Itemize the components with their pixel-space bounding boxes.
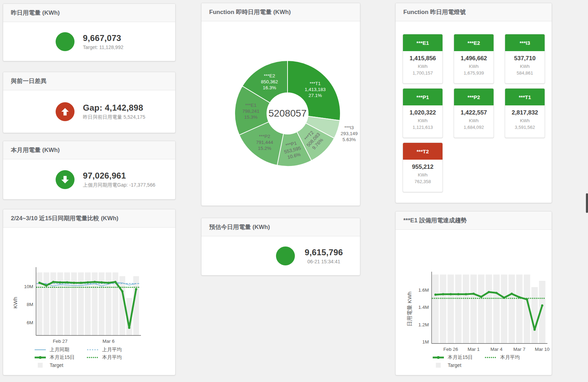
svg-text:293,149: 293,149 [341,131,358,136]
legend-item-Target[interactable]: Target [432,362,484,368]
yesterday-usage-target: Target: 11,128,992 [83,44,123,50]
estimate-today-value: 9,615,796 [305,248,343,257]
tile-usage-value: 537,710 [505,55,545,62]
device-tile[interactable]: ***E21,496,662KWh1,675,939 [454,34,494,84]
tile-device-label: ***I3 [505,34,545,51]
tile-usage-value: 1,496,662 [454,55,494,62]
tile-target-value: 762,358 [403,179,442,184]
scrollbar-thumb[interactable] [586,193,588,213]
card-month-usage: 本月用電量 (KWh) 97,026,961 上個月同期用電Gap: -17,3… [3,141,176,200]
target-swatch-icon [432,362,445,368]
card-title: ***E1 設備用電達成趨勢 [396,211,552,230]
day-gap-sub: 昨日與前日用電量 5,524,175 [83,114,145,120]
legend-label: 上月平均 [102,347,122,353]
device-tile[interactable]: ***I3537,710KWh584,861 [505,34,545,84]
card-day-gap: 與前一日差異 Gap: 4,142,898 昨日與前日用電量 5,524,175 [3,72,176,133]
tile-unit: KWh [505,118,545,123]
svg-text:***E2: ***E2 [264,73,275,78]
tile-body: 1,415,856KWh1,700,157 [403,55,442,76]
estimate-today-timestamp: 06-21 15:34:41 [305,259,343,264]
tile-unit: KWh [454,64,494,69]
legend-item-本月平均[interactable]: 本月平均 [484,354,537,361]
svg-text:16.3%: 16.3% [263,85,276,90]
device-lights-grid: ***E11,415,856KWh1,700,157***E21,496,662… [403,34,545,192]
svg-text:1.6M: 1.6M [418,287,429,293]
device-tile[interactable]: ***E11,415,856KWh1,700,157 [403,34,443,84]
tile-usage-value: 1,020,322 [403,109,442,116]
card-title: 與前一日差異 [3,72,175,90]
month-usage-value: 97,026,961 [83,171,155,181]
svg-text:Mar 1: Mar 1 [468,347,480,352]
day-gap-value: Gap: 4,142,898 [83,103,145,113]
compare-15days-chart[interactable]: 6M8M10MFeb 27Mar 6KWh [3,228,176,345]
svg-text:1,413,183: 1,413,183 [305,87,326,92]
tile-device-label: ***T2 [403,143,442,160]
target-bar [133,276,139,335]
dashed-line-swatch-icon [86,347,99,353]
svg-text:Mar 4: Mar 4 [490,347,503,352]
tile-body: 1,020,322KWh1,121,613 [403,109,442,130]
card-e1-trend: ***E1 設備用電達成趨勢 1M1.2M1.4M1.6MFeb 26Mar 1… [395,211,552,375]
svg-text:5.63%: 5.63% [342,137,356,142]
e1-trend-chart-legend: 本月近15日本月平均Target [432,354,537,369]
target-bar [470,275,477,343]
card-title: 2/24~3/10 近15日同期用電量比較 (KWh) [3,209,175,228]
month-usage-gap: 上個月同期用電Gap: -17,377,566 [83,182,155,188]
target-bar [509,275,515,343]
svg-text:***E1: ***E1 [245,103,256,108]
realtime-usage-donut-chart[interactable]: ***T11,413,18327.1%***I3293,1495.63%***T… [201,21,361,206]
donut-slice-label: ***I3293,1495.63% [341,125,358,142]
svg-text:798,241: 798,241 [242,109,260,114]
legend-item-Target[interactable]: Target [34,362,86,368]
e1-trend-chart[interactable]: 1M1.2M1.4M1.6MFeb 26Mar 1Mar 4Mar 7Mar 1… [396,230,552,353]
svg-text:791,444: 791,444 [256,140,273,145]
card-title: Function 即時日用電量 (KWh) [201,3,360,21]
device-tile[interactable]: ***T12,817,832KWh3,591,562 [505,88,545,138]
card-title: 本月用電量 (KWh) [3,141,175,159]
card-yesterday-usage: 昨日用電量 (KWh) 9,667,073 Target: 11,128,992 [3,4,176,61]
status-circle-icon [276,246,295,265]
tile-unit: KWh [403,64,442,69]
tile-target-value: 1,675,939 [454,70,494,76]
svg-text:KWh: KWh [12,297,18,309]
legend-item-上月同期[interactable]: 上月同期 [34,347,86,353]
card-realtime-donut: Function 即時日用電量 (KWh) ***T11,413,18327.1… [201,3,360,206]
device-tile[interactable]: ***P21,422,557KWh1,684,092 [454,88,494,138]
tile-target-value: 584,861 [505,70,545,76]
tile-usage-value: 1,422,557 [454,109,494,116]
card-yesterday-lights: Function 昨日用電燈號 ***E11,415,856KWh1,700,1… [395,3,552,203]
svg-text:15.2%: 15.2% [258,146,271,151]
legend-item-本月近15日[interactable]: 本月近15日 [34,354,86,361]
target-bar [455,275,461,343]
svg-text:10M: 10M [24,284,33,289]
legend-label: Target [448,362,461,368]
tile-device-label: ***E1 [403,34,442,51]
svg-text:***T1: ***T1 [310,81,321,86]
card-compare-15days: 2/24~3/10 近15日同期用電量比較 (KWh) 6M8M10MFeb 2… [3,209,176,375]
legend-label: 本月近15日 [448,354,473,361]
dotted-line-swatch-icon [484,355,497,360]
svg-text:15.3%: 15.3% [244,114,257,120]
dotted-line-swatch-icon [86,355,99,360]
legend-label: 上月同期 [50,347,69,353]
svg-text:Feb 26: Feb 26 [443,347,458,352]
legend-item-本月近15日[interactable]: 本月近15日 [432,354,484,361]
tile-device-label: ***P1 [403,89,442,105]
target-bar [463,275,469,343]
device-tile[interactable]: ***T2955,212KWh762,358 [403,143,443,192]
legend-item-本月平均[interactable]: 本月平均 [86,354,139,361]
card-title: 昨日用電量 (KWh) [3,4,175,22]
thick-line-swatch-icon [34,355,47,360]
legend-item-上月平均[interactable]: 上月平均 [86,347,139,353]
device-tile[interactable]: ***P11,020,322KWh1,121,613 [403,88,443,138]
svg-text:Mar 6: Mar 6 [102,339,115,344]
svg-text:***P2: ***P2 [259,134,270,139]
svg-text:1.4M: 1.4M [418,305,429,310]
svg-text:6M: 6M [27,320,33,325]
target-bar [486,275,492,343]
target-bar [531,287,538,343]
legend-label: 本月平均 [500,354,520,361]
svg-text:27.1%: 27.1% [309,93,322,98]
legend-label: 本月近15日 [50,354,75,361]
arrow-up-icon [56,102,75,121]
